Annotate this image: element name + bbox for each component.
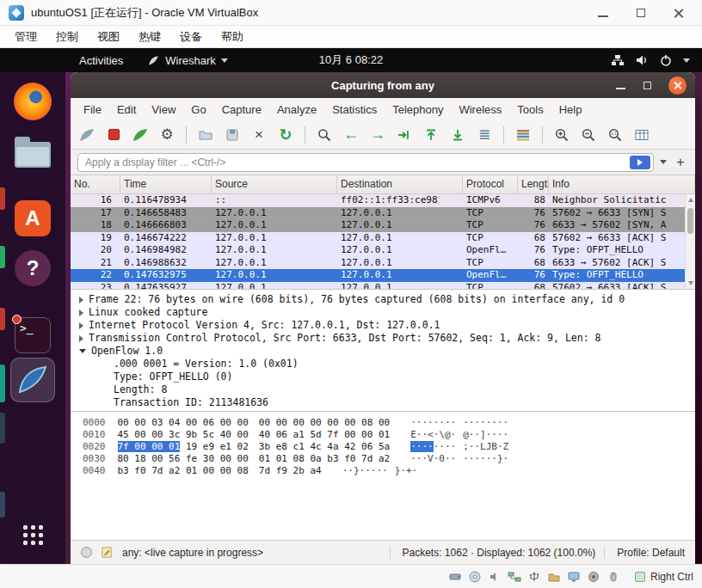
recording-icon[interactable]: [587, 570, 600, 584]
vbox-maximize-button[interactable]: [635, 7, 647, 19]
vbox-menu-input[interactable]: 热键: [129, 26, 170, 47]
start-capture-icon[interactable]: [77, 126, 96, 144]
stop-capture-icon[interactable]: [104, 126, 123, 144]
go-back-icon[interactable]: ←: [342, 126, 360, 144]
save-file-icon[interactable]: [223, 126, 242, 144]
expand-icon[interactable]: [79, 322, 83, 329]
optical-disk-icon[interactable]: [468, 570, 482, 584]
menu-view[interactable]: View: [144, 103, 183, 116]
audio-icon[interactable]: [488, 570, 502, 584]
hex-row[interactable]: 0040b3 f0 7d a2 01 00 00 087d f9 2b a4··…: [83, 465, 695, 477]
go-to-packet-icon[interactable]: [395, 126, 414, 144]
column-header-time[interactable]: Time: [120, 175, 212, 193]
detail-row[interactable]: .000 0001 = Version: 1.0 (0x01): [76, 358, 695, 371]
apply-filter-icon[interactable]: [630, 156, 650, 169]
open-file-icon[interactable]: [196, 126, 215, 144]
expand-icon[interactable]: [79, 335, 83, 342]
column-header-source[interactable]: Source: [212, 175, 337, 193]
menu-statistics[interactable]: Statistics: [324, 103, 385, 116]
go-last-packet-icon[interactable]: [448, 126, 467, 144]
column-header-info[interactable]: Info: [549, 175, 695, 193]
dock-item-terminal[interactable]: >_: [10, 313, 55, 358]
display-filter-input[interactable]: [85, 156, 626, 168]
column-header-destination[interactable]: Destination: [337, 175, 463, 193]
detail-row[interactable]: Transmission Control Protocol, Src Port:…: [76, 332, 695, 345]
vbox-menu-file[interactable]: 管理: [5, 26, 46, 47]
system-tray[interactable]: [611, 53, 702, 67]
dock-item-firefox[interactable]: [10, 79, 55, 124]
hard-disk-icon[interactable]: [448, 570, 462, 584]
detail-row[interactable]: Frame 22: 76 bytes on wire (608 bits), 7…: [76, 293, 695, 306]
go-forward-icon[interactable]: →: [368, 126, 387, 144]
expand-icon[interactable]: [79, 297, 83, 303]
expand-icon[interactable]: [79, 309, 83, 316]
close-button[interactable]: [668, 77, 687, 95]
collapse-icon[interactable]: [79, 349, 86, 353]
filter-dropdown-icon[interactable]: [660, 160, 667, 164]
packet-row[interactable]: 160.116478934::ff02::1:ff33:ce98ICMPv688…: [71, 194, 695, 207]
column-header-length[interactable]: Length: [518, 175, 549, 193]
packet-row[interactable]: 200.146984982127.0.0.1127.0.0.1OpenFl…76…: [71, 244, 695, 257]
detail-row[interactable]: Linux cooked capture: [76, 306, 695, 319]
menu-edit[interactable]: Edit: [109, 103, 144, 116]
restore-button[interactable]: [642, 80, 653, 91]
dock-item-software[interactable]: A: [10, 196, 55, 241]
hex-row[interactable]: 003080 18 00 56 fe 30 00 0001 01 08 0a b…: [83, 453, 695, 465]
vbox-menu-devices[interactable]: 设备: [170, 26, 212, 47]
scroll-up-icon[interactable]: [688, 198, 693, 202]
restart-capture-icon[interactable]: [131, 126, 150, 144]
vbox-menu-view[interactable]: 视图: [88, 26, 129, 47]
packet-row[interactable]: 170.146658483127.0.0.1127.0.0.1TCP765760…: [71, 207, 695, 220]
hex-row[interactable]: 001045 00 00 3c 9b 5c 40 0040 06 a1 5d 7…: [83, 429, 695, 441]
scrollbar-thumb[interactable]: [687, 208, 693, 234]
clock[interactable]: 10月 6 08:22: [319, 52, 383, 68]
menu-wireless[interactable]: Wireless: [451, 103, 509, 116]
column-header-protocol[interactable]: Protocol: [463, 175, 518, 193]
zoom-in-icon[interactable]: [552, 126, 571, 144]
packet-row[interactable]: 210.146988632127.0.0.1127.0.0.1TCP686633…: [71, 257, 695, 270]
detail-row[interactable]: Transaction ID: 2113481636: [76, 396, 695, 409]
colorize-icon[interactable]: [514, 126, 533, 144]
shared-folders-icon[interactable]: [547, 570, 561, 584]
dock-item-files[interactable]: [10, 129, 55, 174]
display-filter-field[interactable]: [77, 153, 654, 172]
activities-button[interactable]: Activities: [76, 54, 126, 67]
reload-icon[interactable]: ↻: [276, 126, 295, 144]
scroll-down-icon[interactable]: [688, 281, 693, 285]
menu-analyze[interactable]: Analyze: [269, 103, 324, 116]
menu-file[interactable]: File: [76, 103, 109, 116]
column-header-no[interactable]: No.: [71, 175, 120, 193]
auto-scroll-icon[interactable]: ≣: [475, 126, 494, 144]
zoom-out-icon[interactable]: [579, 126, 598, 144]
find-packet-icon[interactable]: [315, 126, 334, 144]
capture-options-icon[interactable]: ⚙: [157, 126, 176, 144]
close-file-icon[interactable]: ×: [249, 126, 268, 144]
detail-row[interactable]: Type: OFPT_HELLO (0): [76, 371, 695, 383]
menu-capture[interactable]: Capture: [214, 103, 269, 116]
app-menu-button[interactable]: Wireshark: [147, 54, 228, 67]
hex-row[interactable]: 000000 00 03 04 00 06 00 0000 00 00 00 0…: [83, 417, 695, 429]
vbox-menu-machine[interactable]: 控制: [46, 26, 88, 47]
packet-row[interactable]: 230.147635927127.0.0.1127.0.0.1TCP685760…: [71, 282, 695, 290]
dock-item-wireshark[interactable]: [10, 358, 55, 402]
capture-comment-icon[interactable]: [101, 546, 114, 559]
mouse-integration-icon[interactable]: [607, 570, 620, 584]
hex-row[interactable]: 00207f 00 00 01 19 e9 e1 023b e8 c1 4c 4…: [83, 441, 695, 453]
menu-telephony[interactable]: Telephony: [385, 103, 451, 116]
vbox-menu-help[interactable]: 帮助: [212, 26, 253, 47]
menu-go[interactable]: Go: [183, 103, 213, 116]
packet-row[interactable]: 180.146666803127.0.0.1127.0.0.1TCP766633…: [71, 219, 695, 232]
show-applications-button[interactable]: [10, 512, 55, 557]
vertical-scrollbar[interactable]: [685, 194, 695, 289]
zoom-reset-icon[interactable]: 1:1: [606, 126, 625, 144]
packet-row[interactable]: 190.146674222127.0.0.1127.0.0.1TCP685760…: [71, 232, 695, 245]
profile-text[interactable]: Profile: Default: [604, 547, 685, 559]
packet-row-selected[interactable]: 220.147632975127.0.0.1127.0.0.1OpenFl…76…: [71, 269, 695, 282]
vbox-close-button[interactable]: [673, 7, 685, 19]
menu-tools[interactable]: Tools: [509, 103, 551, 116]
resize-columns-icon[interactable]: [632, 126, 651, 144]
usb-icon[interactable]: [527, 570, 541, 584]
wireshark-titlebar[interactable]: Capturing from any: [71, 72, 695, 98]
detail-row[interactable]: Internet Protocol Version 4, Src: 127.0.…: [76, 319, 695, 332]
add-filter-button[interactable]: +: [673, 155, 688, 170]
